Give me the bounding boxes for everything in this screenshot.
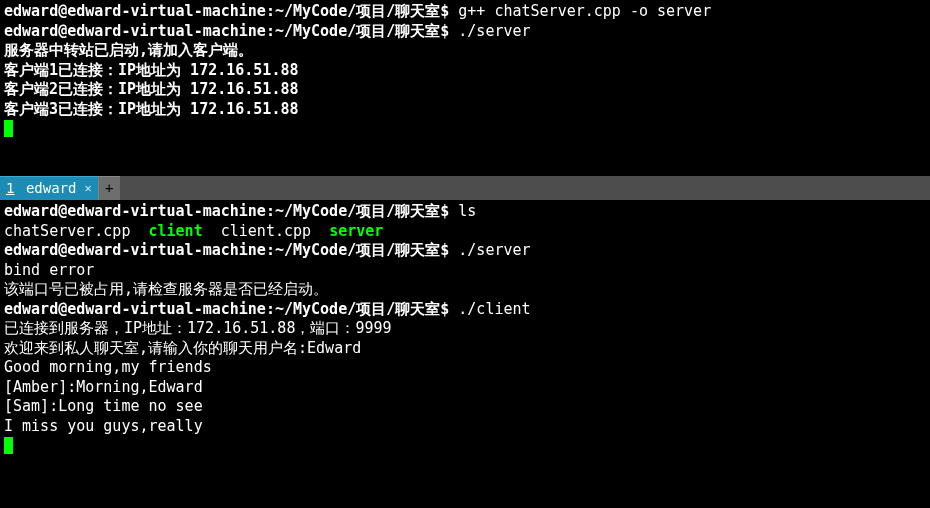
prompt-sep: : (266, 2, 275, 20)
tab-label: 1 edward (6, 179, 76, 197)
output-line: 客户端2已连接：IP地址为 172.16.51.88 (4, 80, 926, 100)
prompt-dollar: $ (440, 300, 449, 318)
output-line: 欢迎来到私人聊天室,请输入你的聊天用户名:Edward (4, 339, 926, 359)
cursor-line (4, 119, 926, 139)
ls-file: client.cpp (221, 222, 311, 240)
prompt-line: edward@edward-virtual-machine:~/MyCode/项… (4, 2, 926, 22)
ls-output: chatServer.cpp client client.cpp server (4, 222, 926, 242)
output-line: [Sam]:Long time no see (4, 397, 926, 417)
ls-executable: client (149, 222, 203, 240)
output-line: 服务器中转站已启动,请加入客户端。 (4, 41, 926, 61)
user-input: Edward (307, 339, 361, 357)
command-text: ls (458, 202, 476, 220)
tab-title: edward (26, 180, 77, 196)
prompt-line: edward@edward-virtual-machine:~/MyCode/项… (4, 202, 926, 222)
tab-edward[interactable]: 1 edward ✕ (0, 176, 98, 200)
prompt-path: ~/MyCode/项目/聊天室 (275, 2, 440, 20)
prompt-sep: : (266, 202, 275, 220)
output-line: Good morning,my friends (4, 358, 926, 378)
command-text: ./server (458, 22, 530, 40)
prompt-sep: : (266, 22, 275, 40)
prompt-path: ~/MyCode/项目/聊天室 (275, 241, 440, 259)
prompt-line: edward@edward-virtual-machine:~/MyCode/项… (4, 22, 926, 42)
tab-bar: 1 edward ✕ + (0, 176, 930, 200)
plus-icon: + (105, 179, 113, 197)
command-text: ./server (458, 241, 530, 259)
command-text: ./client (458, 300, 530, 318)
cursor-icon (4, 120, 13, 137)
command-text: g++ chatServer.cpp -o server (458, 2, 711, 20)
prompt-sep: : (266, 300, 275, 318)
output-line: 客户端3已连接：IP地址为 172.16.51.88 (4, 100, 926, 120)
prompt-userhost: edward@edward-virtual-machine (4, 241, 266, 259)
prompt-sep: : (266, 241, 275, 259)
prompt-path: ~/MyCode/项目/聊天室 (275, 202, 440, 220)
prompt-path: ~/MyCode/项目/聊天室 (275, 22, 440, 40)
prompt-userhost: edward@edward-virtual-machine (4, 22, 266, 40)
prompt-line: edward@edward-virtual-machine:~/MyCode/项… (4, 300, 926, 320)
output-line: 客户端1已连接：IP地址为 172.16.51.88 (4, 61, 926, 81)
output-line: I miss you guys,really (4, 417, 926, 437)
prompt-userhost: edward@edward-virtual-machine (4, 300, 266, 318)
output-line: 已连接到服务器，IP地址：172.16.51.88，端口：9999 (4, 319, 926, 339)
cursor-icon (4, 437, 13, 454)
prompt-userhost: edward@edward-virtual-machine (4, 202, 266, 220)
prompt-userhost: edward@edward-virtual-machine (4, 2, 266, 20)
add-tab-button[interactable]: + (98, 176, 120, 200)
output-line: 该端口号已被占用,请检查服务器是否已经启动。 (4, 280, 926, 300)
ls-executable: server (329, 222, 383, 240)
ls-file: chatServer.cpp (4, 222, 130, 240)
prompt-dollar: $ (440, 2, 449, 20)
prompt-dollar: $ (440, 22, 449, 40)
prompt-line: edward@edward-virtual-machine:~/MyCode/项… (4, 241, 926, 261)
close-icon[interactable]: ✕ (84, 181, 91, 197)
prompt-path: ~/MyCode/项目/聊天室 (275, 300, 440, 318)
tab-index: 1 (6, 180, 14, 196)
prompt-dollar: $ (440, 202, 449, 220)
output-line: [Amber]:Morning,Edward (4, 378, 926, 398)
terminal-pane-bottom[interactable]: edward@edward-virtual-machine:~/MyCode/项… (0, 200, 930, 458)
cursor-line (4, 436, 926, 456)
output-prefix: 欢迎来到私人聊天室,请输入你的聊天用户名: (4, 339, 307, 357)
terminal-pane-top[interactable]: edward@edward-virtual-machine:~/MyCode/项… (0, 0, 930, 176)
prompt-dollar: $ (440, 241, 449, 259)
output-line: bind error (4, 261, 926, 281)
